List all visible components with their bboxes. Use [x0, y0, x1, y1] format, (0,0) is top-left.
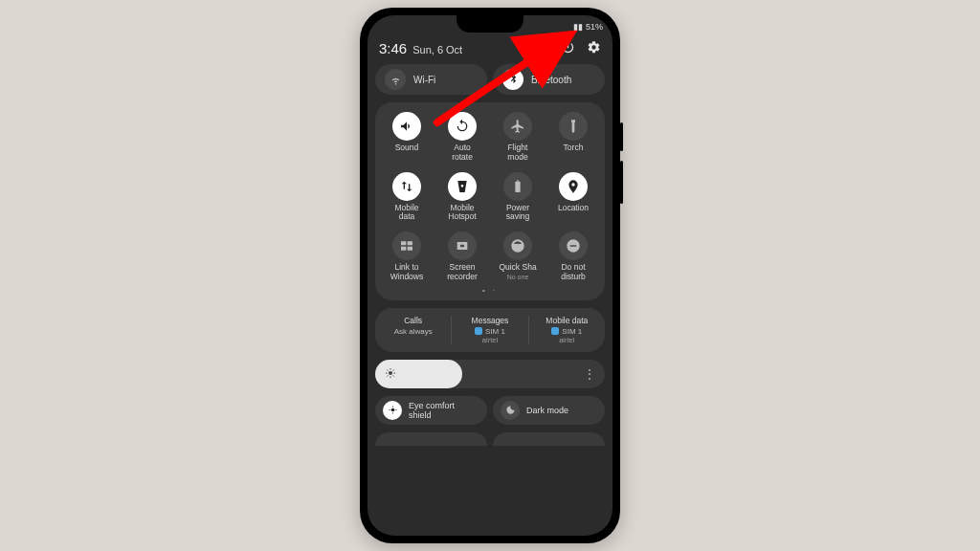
tile-quick-share[interactable]: Quick ShaNo one [490, 231, 546, 282]
extra-label: Dark mode [526, 406, 568, 415]
signal-icon: ▮▮ [573, 22, 583, 32]
tile-label: Flightmode [507, 143, 527, 163]
stage: ▮▮ 51% 3:46 Sun, 6 Oct [0, 0, 980, 551]
extras-row: Eye comfort shield Dark mode [368, 396, 612, 432]
tiles-grid: Sound Autorotate Flightmode Torch [379, 112, 601, 282]
tile-label: Do notdisturb [561, 263, 586, 282]
tile-flight-mode[interactable]: Flightmode [490, 112, 546, 163]
dnd-icon [559, 231, 588, 260]
torch-icon [559, 112, 588, 141]
bluetooth-toggle[interactable]: Bluetooth [493, 64, 605, 95]
clock: 3:46 [379, 40, 407, 56]
hotspot-icon [448, 172, 477, 201]
wifi-icon [385, 69, 406, 90]
tile-label: Mobiledata [394, 204, 418, 223]
sim-calls[interactable]: Calls Ask always [375, 316, 451, 344]
bluetooth-label: Bluetooth [531, 75, 571, 85]
tile-location[interactable]: Location [546, 172, 601, 223]
big-toggle-row: Wi-Fi Bluetooth [368, 64, 612, 102]
tile-screen-recorder[interactable]: Screenrecorder [434, 231, 490, 282]
page-indicator[interactable]: • · [379, 282, 601, 295]
svg-line-7 [388, 375, 389, 376]
tile-label: Autorotate [452, 143, 473, 163]
status-right: ▮▮ 51% [573, 22, 603, 32]
brightness-slider[interactable]: ⋮ [375, 360, 605, 388]
tile-label: Location [558, 204, 589, 221]
bluetooth-icon [502, 69, 523, 90]
wifi-label: Wi-Fi [413, 75, 435, 85]
tile-mobile-hotspot[interactable]: MobileHotspot [434, 172, 490, 223]
sim-value: Ask always [379, 327, 447, 336]
tile-auto-rotate[interactable]: Autorotate [434, 112, 490, 163]
phone-frame: ▮▮ 51% 3:46 Sun, 6 Oct [360, 8, 620, 543]
sim-value: SIM 1 [456, 327, 523, 336]
svg-line-8 [393, 369, 394, 370]
side-button [620, 161, 623, 204]
tile-sound[interactable]: Sound [379, 112, 434, 163]
tile-label: Link toWindows [390, 263, 423, 282]
sun-icon [385, 367, 396, 381]
tile-label: Powersaving [506, 204, 530, 223]
record-icon [448, 231, 477, 260]
sim-carrier: airtel [456, 336, 523, 344]
windows-icon [392, 231, 421, 260]
dark-mode-toggle[interactable]: Dark mode [493, 396, 605, 425]
tile-power-saving[interactable]: Powersaving [490, 172, 546, 223]
tile-label: MobileHotspot [448, 204, 476, 223]
svg-line-5 [388, 369, 389, 370]
sim-carrier: airtel [533, 336, 601, 344]
tiles-panel: Sound Autorotate Flightmode Torch [375, 102, 605, 300]
eye-comfort-toggle[interactable]: Eye comfort shield [375, 396, 487, 425]
sim-title: Calls [379, 316, 447, 325]
tile-label: Torch [564, 143, 584, 161]
svg-point-0 [389, 371, 392, 375]
tile-label: Quick ShaNo one [499, 263, 536, 282]
battery-icon [503, 172, 532, 201]
edit-icon[interactable] [535, 40, 549, 56]
sim-panel: Calls Ask always Messages SIM 1 airtel M… [375, 308, 605, 352]
wifi-toggle[interactable]: Wi-Fi [375, 64, 487, 95]
tile-label: Screenrecorder [447, 263, 478, 282]
data-arrows-icon [392, 172, 421, 201]
side-button [620, 122, 623, 151]
tile-torch[interactable]: Torch [546, 112, 601, 163]
power-icon[interactable] [561, 40, 575, 56]
display-notch [457, 15, 523, 33]
clock-date: 3:46 Sun, 6 Oct [379, 40, 462, 56]
sim-mobile-data[interactable]: Mobile data SIM 1 airtel [528, 316, 605, 344]
svg-point-9 [390, 408, 394, 412]
sim-title: Mobile data [533, 316, 601, 325]
date: Sun, 6 Oct [412, 44, 462, 55]
tile-mobile-data[interactable]: Mobiledata [379, 172, 434, 223]
sim-chip-icon [551, 327, 559, 335]
eye-comfort-icon [383, 401, 402, 420]
tile-do-not-disturb[interactable]: Do notdisturb [546, 231, 601, 282]
panel-peek [368, 432, 612, 446]
qs-header: 3:46 Sun, 6 Oct [368, 34, 612, 64]
sim-messages[interactable]: Messages SIM 1 airtel [451, 316, 527, 344]
airplane-icon [503, 112, 532, 141]
settings-icon[interactable] [587, 40, 601, 56]
svg-line-6 [393, 375, 394, 376]
volume-icon [392, 112, 421, 141]
tile-label: Sound [395, 143, 419, 161]
sim-chip-icon [475, 327, 482, 335]
tile-link-to-windows[interactable]: Link toWindows [379, 231, 434, 282]
sim-value: SIM 1 [533, 327, 601, 336]
sim-title: Messages [456, 316, 523, 325]
rotate-icon [448, 112, 477, 141]
location-pin-icon [559, 172, 588, 201]
screen: ▮▮ 51% 3:46 Sun, 6 Oct [368, 15, 612, 536]
share-icon [503, 231, 532, 260]
extra-label: Eye comfort shield [409, 401, 479, 420]
battery-text: 51% [586, 22, 603, 32]
moon-icon [501, 401, 520, 420]
